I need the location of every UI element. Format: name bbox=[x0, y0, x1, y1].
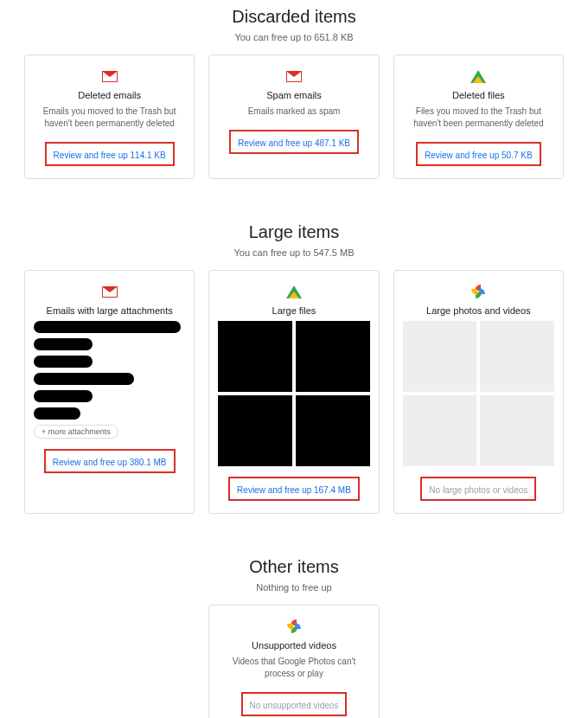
card-title: Deleted files bbox=[452, 90, 505, 100]
card-description: Emails marked as spam bbox=[248, 106, 341, 118]
card-description: Videos that Google Photos can't process … bbox=[218, 656, 370, 680]
review-deleted-files-link[interactable]: Review and free up 50.7 KB bbox=[425, 151, 533, 160]
highlight-box: Review and free up 487.1 KB bbox=[229, 130, 359, 154]
card-title: Large files bbox=[272, 305, 316, 316]
file-thumbnail[interactable] bbox=[296, 321, 370, 392]
gmail-icon bbox=[102, 71, 118, 82]
section-large: Large items You can free up to 547.5 MB … bbox=[24, 222, 564, 514]
highlight-box: Review and free up 167.4 MB bbox=[228, 477, 360, 501]
section-subtitle: Nothing to free up bbox=[24, 582, 564, 593]
drive-icon bbox=[286, 285, 302, 298]
photo-thumbnail-grid bbox=[403, 321, 554, 466]
card-description: Emails you moved to the Trash but haven'… bbox=[34, 106, 185, 130]
card-deleted-files: Deleted files Files you moved to the Tra… bbox=[393, 54, 564, 179]
photo-thumbnail-placeholder bbox=[480, 321, 554, 392]
card-title: Large photos and videos bbox=[426, 305, 530, 316]
file-thumbnail[interactable] bbox=[218, 395, 292, 466]
card-deleted-emails: Deleted emails Emails you moved to the T… bbox=[24, 54, 195, 179]
card-unsupported-videos: Unsupported videos Videos that Google Ph… bbox=[208, 605, 380, 718]
gmail-icon bbox=[102, 286, 118, 298]
review-large-files-link[interactable]: Review and free up 167.4 MB bbox=[237, 485, 351, 495]
no-unsupported-videos-label: No unsupported videos bbox=[250, 701, 339, 710]
section-subtitle: You can free up to 547.5 MB bbox=[24, 247, 564, 258]
drive-icon bbox=[470, 70, 486, 83]
photos-icon bbox=[471, 285, 485, 298]
review-deleted-emails-link[interactable]: Review and free up 114.1 KB bbox=[54, 151, 166, 160]
section-title: Discarded items bbox=[24, 7, 564, 27]
card-title: Emails with large attachments bbox=[47, 305, 173, 316]
section-other: Other items Nothing to free up Unsupport… bbox=[24, 557, 564, 718]
section-subtitle: You can free up to 651.8 KB bbox=[24, 32, 564, 42]
attachment-chip[interactable] bbox=[34, 321, 181, 333]
photos-icon bbox=[287, 619, 301, 633]
attachment-chip[interactable] bbox=[34, 338, 93, 350]
photo-thumbnail-placeholder bbox=[403, 395, 477, 466]
card-large-photos: Large photos and videos No large photos … bbox=[393, 270, 564, 514]
photo-thumbnail-placeholder bbox=[403, 321, 477, 392]
highlight-box: No large photos or videos bbox=[420, 477, 536, 501]
more-attachments-chip[interactable]: + more attachments bbox=[34, 425, 118, 439]
attachment-chip[interactable] bbox=[34, 390, 93, 402]
section-title: Large items bbox=[24, 222, 564, 242]
card-title: Spam emails bbox=[266, 90, 322, 100]
no-large-photos-label: No large photos or videos bbox=[429, 485, 527, 495]
file-thumbnail[interactable] bbox=[218, 321, 292, 392]
highlight-box: Review and free up 114.1 KB bbox=[45, 142, 175, 166]
file-thumbnail[interactable] bbox=[296, 395, 370, 466]
attachment-chip[interactable] bbox=[34, 407, 80, 420]
review-large-attachments-link[interactable]: Review and free up 380.1 MB bbox=[53, 458, 167, 467]
highlight-box: Review and free up 50.7 KB bbox=[416, 142, 541, 166]
file-thumbnail-grid bbox=[218, 321, 369, 466]
card-spam-emails: Spam emails Emails marked as spam Review… bbox=[208, 54, 379, 179]
review-spam-emails-link[interactable]: Review and free up 487.1 KB bbox=[238, 138, 350, 148]
highlight-box: Review and free up 380.1 MB bbox=[44, 449, 176, 473]
photo-thumbnail-placeholder bbox=[480, 395, 554, 466]
attachment-chip[interactable] bbox=[34, 356, 93, 368]
attachment-chip[interactable] bbox=[34, 373, 134, 385]
card-title: Deleted emails bbox=[78, 90, 141, 100]
card-large-attachments: Emails with large attachments + more att… bbox=[24, 270, 195, 514]
gmail-icon bbox=[286, 71, 302, 82]
section-discarded: Discarded items You can free up to 651.8… bbox=[24, 7, 564, 179]
card-description: Files you moved to the Trash but haven't… bbox=[403, 106, 554, 130]
card-title: Unsupported videos bbox=[252, 640, 336, 651]
highlight-box: No unsupported videos bbox=[241, 692, 348, 716]
attachment-list: + more attachments bbox=[34, 321, 185, 439]
card-large-files: Large files Review and free up 167.4 MB bbox=[208, 270, 379, 514]
section-title: Other items bbox=[24, 557, 564, 577]
